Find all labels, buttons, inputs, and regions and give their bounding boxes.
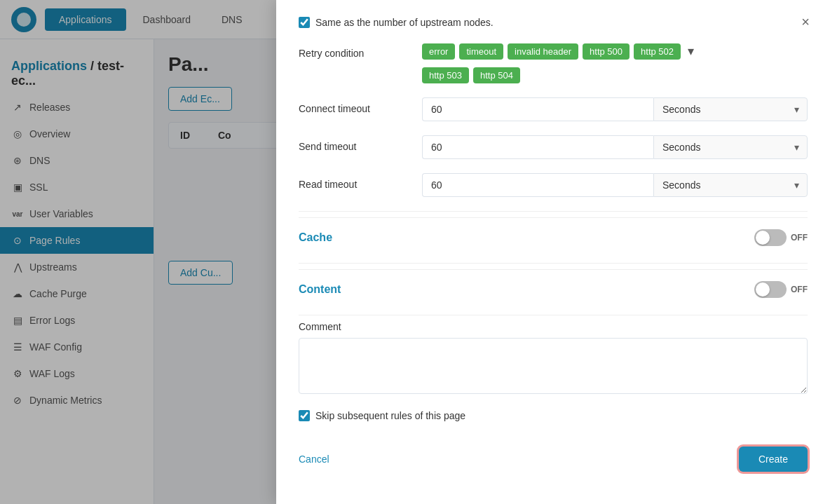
read-timeout-select[interactable]: Seconds Minutes Hours	[653, 173, 808, 197]
send-timeout-select[interactable]: Seconds Minutes Hours	[653, 135, 808, 159]
retry-condition-row: Retry condition error timeout invalid he…	[299, 42, 808, 83]
content-toggle-switch[interactable]	[754, 281, 787, 298]
tags-more-button[interactable]: ▾	[685, 42, 697, 60]
create-button[interactable]: Create	[739, 447, 808, 472]
cache-toggle[interactable]: OFF	[754, 229, 808, 246]
modal-overlay: × Same as the number of upstream nodes. …	[0, 39, 830, 504]
send-timeout-input[interactable]: 60	[422, 135, 653, 159]
content-toggle[interactable]: OFF	[754, 281, 808, 298]
tag-http503: http 503	[422, 67, 469, 83]
tag-timeout: timeout	[459, 43, 503, 60]
skip-checkbox-label: Skip subsequent rules of this page	[315, 410, 465, 421]
connect-timeout-select[interactable]: Seconds Minutes Hours	[653, 97, 808, 121]
connect-timeout-row: Connect timeout 60 Seconds Minutes Hours	[299, 97, 808, 121]
content-area: Applications / test-ec... ↗ Releases ◎ O…	[0, 39, 830, 504]
connect-timeout-select-wrapper: Seconds Minutes Hours	[653, 97, 808, 121]
read-timeout-row: Read timeout 60 Seconds Minutes Hours	[299, 173, 808, 197]
tag-http504: http 504	[473, 67, 520, 83]
comment-section: Comment	[299, 321, 808, 396]
retry-condition-label: Retry condition	[299, 42, 411, 59]
content-section-header[interactable]: Content OFF	[299, 269, 808, 309]
divider-1	[299, 211, 808, 212]
connect-timeout-control: 60 Seconds Minutes Hours	[422, 97, 808, 121]
modal-panel: × Same as the number of upstream nodes. …	[276, 39, 830, 504]
content-section-title: Content	[299, 283, 341, 296]
send-timeout-row: Send timeout 60 Seconds Minutes Hours	[299, 135, 808, 159]
divider-3	[299, 315, 808, 315]
app-container: Applications Dashboard DNS Applications …	[0, 0, 830, 504]
tags-row2: http 503 http 504	[422, 67, 808, 83]
send-timeout-group: 60 Seconds Minutes Hours	[422, 135, 808, 159]
cache-toggle-label: OFF	[791, 233, 808, 243]
tag-invalid-header: invalid header	[508, 43, 578, 60]
retry-condition-control: error timeout invalid header http 500 ht…	[422, 42, 808, 83]
connect-timeout-label: Connect timeout	[299, 97, 411, 114]
send-timeout-select-wrapper: Seconds Minutes Hours	[653, 135, 808, 159]
divider-2	[299, 263, 808, 264]
cache-toggle-switch[interactable]	[754, 229, 787, 246]
content-toggle-label: OFF	[791, 285, 808, 294]
comment-textarea[interactable]	[299, 338, 808, 394]
connect-timeout-group: 60 Seconds Minutes Hours	[422, 97, 808, 121]
tag-http502: http 502	[634, 43, 681, 60]
cache-toggle-knob	[756, 231, 770, 245]
tag-error: error	[422, 43, 455, 60]
connect-timeout-input[interactable]: 60	[422, 97, 653, 121]
read-timeout-select-wrapper: Seconds Minutes Hours	[653, 173, 808, 197]
cache-section-title: Cache	[299, 231, 332, 244]
read-timeout-control: 60 Seconds Minutes Hours	[422, 173, 808, 197]
skip-checkbox[interactable]	[299, 410, 310, 421]
read-timeout-label: Read timeout	[299, 173, 411, 190]
send-timeout-control: 60 Seconds Minutes Hours	[422, 135, 808, 159]
read-timeout-input[interactable]: 60	[422, 173, 653, 197]
send-timeout-label: Send timeout	[299, 135, 411, 152]
read-timeout-group: 60 Seconds Minutes Hours	[422, 173, 808, 197]
retry-tags-container: error timeout invalid header http 500 ht…	[422, 42, 808, 83]
skip-checkbox-row: Skip subsequent rules of this page	[299, 410, 808, 421]
content-toggle-knob	[756, 282, 770, 297]
comment-label: Comment	[299, 321, 808, 332]
modal-footer: Cancel Create	[299, 435, 808, 472]
cancel-button[interactable]: Cancel	[299, 448, 329, 470]
cache-section-header[interactable]: Cache OFF	[299, 217, 808, 257]
tag-http500: http 500	[583, 43, 630, 60]
